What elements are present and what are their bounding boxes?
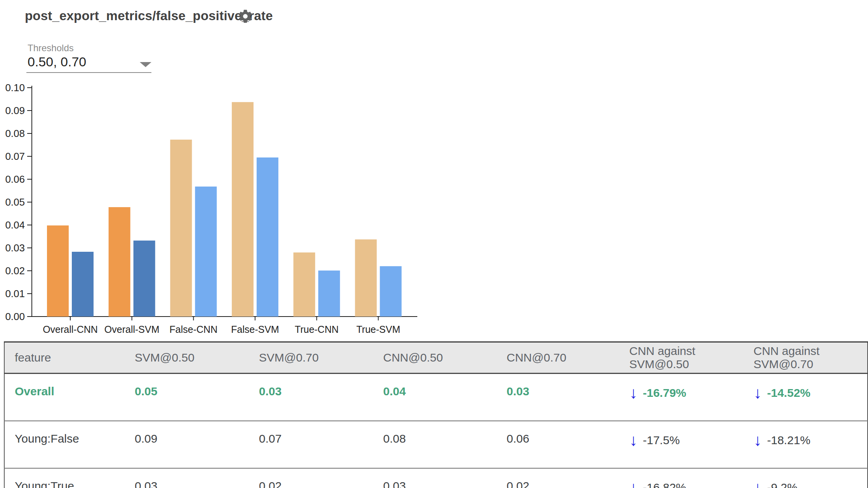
x-tick-label: False-SVM	[231, 324, 279, 335]
value-cell: 0.09	[127, 421, 251, 468]
value-cell: 0.05	[127, 374, 251, 421]
y-tick-label: 0.04	[5, 219, 25, 231]
x-tick-label: True-CNN	[295, 324, 339, 335]
bar-True-SVM-@0.70[interactable]	[380, 266, 402, 317]
value-cell: 0.03	[499, 374, 621, 421]
delta-cell: ↓-9.2%	[746, 468, 868, 488]
delta-cell: ↓-16.82%	[621, 468, 746, 488]
col-header-svm-070: SVM@0.70	[251, 342, 375, 374]
bar-Overall-CNN-@0.70[interactable]	[72, 252, 94, 317]
col-header-svm-050: SVM@0.50	[127, 342, 251, 374]
col-header-cnn-070: CNN@0.70	[499, 342, 621, 374]
x-tick-label: Overall-SVM	[104, 324, 160, 335]
false-positive-rate-bar-chart[interactable]: 0.000.010.020.030.040.050.060.070.080.09…	[0, 0, 435, 337]
value-cell: 0.02	[251, 468, 375, 488]
delta-cell: ↓-17.5%	[621, 421, 746, 468]
bar-True-CNN-@0.50[interactable]	[293, 253, 315, 317]
bar-Overall-SVM-@0.50[interactable]	[109, 207, 130, 317]
table-row-overall: Overall 0.05 0.03 0.04 0.03 ↓-16.79% ↓-1…	[4, 374, 868, 421]
bar-False-CNN-@0.50[interactable]	[170, 140, 192, 317]
col-header-cnn-vs-svm-070: CNN against SVM@0.70	[746, 342, 868, 374]
value-cell: 0.03	[251, 374, 375, 421]
col-header-feature: feature	[4, 342, 127, 374]
down-arrow-icon: ↓	[629, 479, 637, 488]
y-tick-label: 0.01	[5, 288, 25, 299]
bar-False-CNN-@0.70[interactable]	[195, 187, 217, 317]
delta-cell: ↓-16.79%	[621, 374, 746, 421]
delta-value: -16.79%	[643, 386, 686, 400]
value-cell: 0.03	[375, 468, 499, 488]
delta-value: -17.5%	[643, 434, 680, 447]
bar-True-CNN-@0.70[interactable]	[318, 270, 340, 317]
bar-Overall-CNN-@0.50[interactable]	[47, 225, 69, 317]
down-arrow-icon: ↓	[753, 479, 762, 488]
bar-True-SVM-@0.50[interactable]	[355, 239, 377, 317]
down-arrow-icon: ↓	[629, 432, 637, 448]
bar-False-SVM-@0.50[interactable]	[232, 102, 253, 317]
delta-cell: ↓-14.52%	[746, 374, 868, 421]
delta-value: -18.21%	[767, 434, 811, 447]
down-arrow-icon: ↓	[753, 385, 762, 401]
bar-Overall-SVM-@0.70[interactable]	[134, 241, 155, 317]
x-tick-label: False-CNN	[170, 324, 218, 335]
table-header-row: feature SVM@0.50 SVM@0.70 CNN@0.50 CNN@0…	[4, 342, 868, 374]
y-tick-label: 0.02	[5, 265, 25, 277]
value-cell: 0.08	[375, 421, 499, 468]
value-cell: 0.04	[375, 374, 499, 421]
delta-value: -14.52%	[767, 386, 811, 400]
x-tick-label: True-SVM	[356, 324, 400, 335]
metrics-table: feature SVM@0.50 SVM@0.70 CNN@0.50 CNN@0…	[4, 341, 868, 488]
col-header-cnn-vs-svm-050: CNN against SVM@0.50	[621, 342, 746, 374]
down-arrow-icon: ↓	[629, 385, 637, 401]
y-tick-label: 0.10	[5, 82, 25, 93]
value-cell: 0.06	[499, 421, 621, 468]
down-arrow-icon: ↓	[753, 432, 762, 448]
value-cell: 0.03	[127, 468, 251, 488]
bar-False-SVM-@0.70[interactable]	[257, 157, 278, 317]
y-tick-label: 0.09	[5, 105, 25, 116]
delta-value: -9.2%	[767, 481, 797, 488]
y-tick-label: 0.07	[5, 151, 25, 162]
x-tick-label: Overall-CNN	[43, 324, 98, 335]
y-tick-label: 0.03	[5, 242, 25, 254]
y-tick-label: 0.06	[5, 173, 25, 185]
table-row-young-true: Young:True 0.03 0.02 0.03 0.02 ↓-16.82% …	[4, 468, 868, 488]
y-tick-label: 0.08	[5, 128, 25, 139]
y-tick-label: 0.05	[5, 196, 25, 208]
col-header-cnn-050: CNN@0.50	[375, 342, 499, 374]
table-row-young-false: Young:False 0.09 0.07 0.08 0.06 ↓-17.5% …	[4, 421, 868, 468]
y-tick-label: 0.00	[5, 311, 25, 322]
value-cell: 0.07	[251, 421, 375, 468]
delta-value: -16.82%	[643, 481, 686, 488]
delta-cell: ↓-18.21%	[746, 421, 868, 468]
value-cell: 0.02	[499, 468, 621, 488]
feature-cell: Overall	[4, 374, 127, 421]
feature-cell: Young:True	[4, 468, 127, 488]
feature-cell: Young:False	[4, 421, 127, 468]
